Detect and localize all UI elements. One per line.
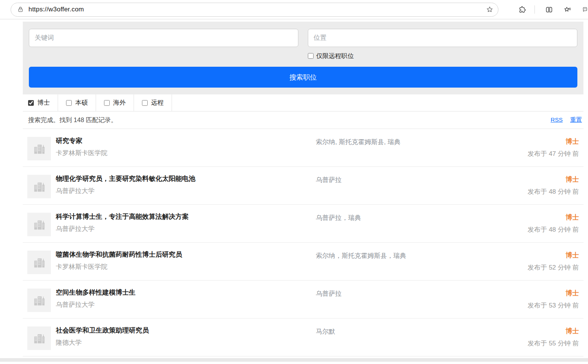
company-logo-placeholder — [27, 137, 51, 160]
job-company: 乌普萨拉大学 — [56, 187, 316, 195]
company-logo-placeholder — [27, 251, 51, 274]
building-icon — [32, 293, 46, 307]
reset-link[interactable]: 重置 — [570, 116, 582, 123]
job-company: 隆德大学 — [56, 338, 316, 347]
remote-only-label: 仅限远程职位 — [316, 52, 354, 60]
results-status-bar: 搜索完成。找到 148 匹配记录。 RSS 重置 — [23, 111, 583, 129]
filter-label: 本硕 — [75, 99, 88, 107]
job-posted-time: 发布于 52 分钟 前 — [493, 263, 579, 272]
job-title[interactable]: 物理化学研究员，主要研究染料敏化太阳能电池 — [56, 175, 316, 183]
split-screen-icon[interactable] — [545, 6, 553, 14]
footer-strip — [0, 358, 588, 362]
job-degree-badge: 博士 — [493, 137, 579, 146]
keyword-input[interactable] — [29, 29, 298, 47]
remote-only-checkbox[interactable] — [308, 53, 314, 59]
job-row[interactable]: 噬菌体生物学和抗菌药耐药性博士后研究员 卡罗林斯卡医学院 索尔纳，斯托克霍姆斯县… — [23, 243, 583, 281]
browser-chrome: https://w3offer.com — [0, 0, 588, 19]
building-icon — [32, 256, 46, 269]
toolbar-separator — [534, 5, 535, 14]
filter-label: 远程 — [151, 99, 164, 107]
job-degree-badge: 博士 — [493, 289, 579, 298]
filter-bar: 博士 本硕 海外 远程 — [23, 94, 583, 111]
building-icon — [32, 180, 46, 193]
job-degree-badge: 博士 — [493, 213, 579, 222]
job-location: 马尔默 — [316, 326, 493, 336]
job-title[interactable]: 社会医学和卫生政策助理研究员 — [56, 326, 316, 335]
job-degree-badge: 博士 — [493, 251, 579, 260]
url-bar[interactable]: https://w3offer.com — [11, 3, 498, 17]
status-text: 搜索完成。找到 148 匹配记录。 — [28, 116, 117, 124]
job-company: 卡罗林斯卡医学院 — [56, 262, 316, 271]
job-row[interactable]: 研究专家 卡罗林斯卡医学院 索尔纳, 斯托克霍姆斯县, 瑞典 博士 发布于 47… — [23, 129, 583, 167]
job-title[interactable]: 研究专家 — [56, 137, 316, 145]
lock-icon[interactable] — [17, 6, 24, 13]
company-logo-placeholder — [27, 326, 51, 350]
job-company: 乌普萨拉大学 — [56, 224, 316, 233]
job-search-page: 仅限远程职位 搜索职位 博士 本硕 海外 远程 搜索完成。找到 148 匹配记录… — [23, 22, 583, 356]
filter-checkbox-item[interactable]: 远程 — [134, 94, 172, 111]
building-icon — [32, 218, 46, 231]
location-input[interactable] — [308, 29, 577, 47]
rss-link[interactable]: RSS — [551, 116, 563, 123]
filter-checkbox-item[interactable]: 本硕 — [58, 94, 96, 111]
job-company: 卡罗林斯卡医学院 — [56, 149, 316, 157]
company-logo-placeholder — [27, 175, 51, 198]
job-degree-badge: 博士 — [493, 326, 579, 336]
remote-only-option[interactable]: 仅限远程职位 — [308, 51, 577, 61]
url-text[interactable]: https://w3offer.com — [28, 6, 481, 13]
search-jobs-button[interactable]: 搜索职位 — [29, 67, 577, 88]
browser-toolbar — [508, 5, 588, 14]
filter-label: 海外 — [113, 99, 126, 107]
company-logo-placeholder — [27, 289, 51, 312]
copilot-icon[interactable] — [582, 5, 588, 14]
filter-checkbox[interactable] — [142, 100, 148, 106]
bookmark-star-icon[interactable] — [486, 6, 493, 13]
job-title[interactable]: 空间生物多样性建模博士生 — [56, 289, 316, 297]
job-posted-time: 发布于 47 分钟 前 — [493, 149, 579, 158]
search-panel: 仅限远程职位 搜索职位 — [23, 22, 583, 94]
job-location: 索尔纳, 斯托克霍姆斯县, 瑞典 — [316, 137, 493, 146]
filter-label: 博士 — [37, 99, 50, 107]
job-posted-time: 发布于 53 分钟 前 — [493, 301, 579, 310]
job-company: 乌普萨拉大学 — [56, 300, 316, 309]
filter-checkbox[interactable] — [104, 100, 110, 106]
building-icon — [32, 331, 46, 345]
company-logo-placeholder — [27, 213, 51, 236]
favorites-icon[interactable] — [563, 5, 572, 14]
job-title[interactable]: 科学计算博士生，专注于高能效算法解决方案 — [56, 213, 316, 221]
job-location: 乌普萨拉 — [316, 175, 493, 184]
filter-checkbox-item[interactable]: 博士 — [23, 94, 58, 111]
job-posted-time: 发布于 55 分钟 前 — [493, 339, 579, 348]
job-location: 乌普萨拉，瑞典 — [316, 213, 493, 222]
extensions-icon[interactable] — [518, 6, 526, 14]
job-row[interactable]: 社会医学和卫生政策助理研究员 隆德大学 马尔默 博士 发布于 55 分钟 前 — [23, 318, 583, 356]
job-row[interactable]: 空间生物多样性建模博士生 乌普萨拉大学 乌普萨拉 博士 发布于 53 分钟 前 — [23, 281, 583, 318]
job-posted-time: 发布于 48 分钟 前 — [493, 187, 579, 196]
job-posted-time: 发布于 48 分钟 前 — [493, 225, 579, 234]
job-list: 研究专家 卡罗林斯卡医学院 索尔纳, 斯托克霍姆斯县, 瑞典 博士 发布于 47… — [23, 129, 583, 356]
job-degree-badge: 博士 — [493, 175, 579, 184]
job-location: 乌普萨拉 — [316, 289, 493, 298]
job-location: 索尔纳，斯托克霍姆斯县，瑞典 — [316, 251, 493, 260]
filter-checkbox[interactable] — [66, 100, 72, 106]
filter-checkbox[interactable] — [28, 100, 34, 106]
job-title[interactable]: 噬菌体生物学和抗菌药耐药性博士后研究员 — [56, 251, 316, 259]
filter-checkbox-item[interactable]: 海外 — [96, 94, 134, 111]
building-icon — [32, 142, 46, 155]
job-row[interactable]: 物理化学研究员，主要研究染料敏化太阳能电池 乌普萨拉大学 乌普萨拉 博士 发布于… — [23, 167, 583, 205]
job-row[interactable]: 科学计算博士生，专注于高能效算法解决方案 乌普萨拉大学 乌普萨拉，瑞典 博士 发… — [23, 205, 583, 243]
